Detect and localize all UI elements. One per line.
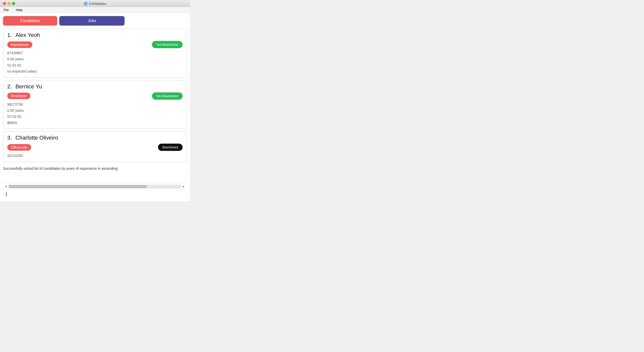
traffic-lights	[3, 2, 15, 5]
scroll-track[interactable]	[9, 185, 181, 188]
tab-candidates[interactable]: Candidates	[3, 16, 57, 26]
scrollbar-container: ◀ ▶	[3, 183, 187, 190]
candidate-phone-1: 87438807	[7, 50, 183, 56]
role-badge-2[interactable]: Developer	[7, 93, 30, 99]
candidate-phone-2: 99272758	[7, 102, 183, 107]
candidate-card-2: 2. Bernice Yu Developer Not Blacklisted …	[3, 80, 187, 129]
candidate-date-1: 01-01-01	[7, 63, 183, 68]
candidate-card-row-2: Developer Not Blacklisted	[7, 92, 183, 100]
maximize-button[interactable]	[12, 2, 15, 5]
candidates-list: 1. Alex Yeoh Hairdresser Not Blacklisted…	[3, 29, 187, 164]
candidate-salary-1: no expected salary	[7, 69, 183, 74]
candidate-card-3: 3. Charlotte Oliveiro OfficeLady Blackli…	[3, 131, 187, 162]
app-window: 🌀 CANdidates File Help Candidates Jobs 1…	[0, 0, 190, 201]
role-badge-3[interactable]: OfficeLady	[7, 144, 31, 151]
title-bar: 🌀 CANdidates	[0, 0, 190, 7]
scroll-thumb	[9, 185, 147, 188]
candidate-card-row-3: OfficeLady Blacklisted	[7, 144, 183, 151]
menu-help[interactable]: Help	[14, 8, 24, 12]
title-icon: 🌀	[84, 2, 88, 6]
candidate-card-row-1: Hairdresser Not Blacklisted	[7, 41, 183, 48]
candidate-name-1: 1. Alex Yeoh	[7, 32, 183, 38]
scroll-right-arrow[interactable]: ▶	[183, 185, 185, 188]
candidate-phone-3: 93210283	[7, 153, 183, 158]
minimize-button[interactable]	[8, 2, 11, 5]
terminal-input-area	[3, 190, 187, 198]
candidate-card-1: 1. Alex Yeoh Hairdresser Not Blacklisted…	[3, 29, 187, 78]
tab-bar: Candidates Jobs	[3, 16, 187, 26]
role-badge-1[interactable]: Hairdresser	[7, 41, 32, 48]
candidate-name-2: 2. Bernice Yu	[7, 83, 183, 90]
candidate-experience-1: 0.00 years	[7, 56, 183, 62]
candidate-date-2: 02-02-02	[7, 114, 183, 119]
scroll-left-arrow[interactable]: ◀	[5, 185, 7, 188]
main-content: Candidates Jobs 1. Alex Yeoh Hairdresser…	[0, 13, 190, 201]
status-badge-2[interactable]: Not Blacklisted	[152, 92, 183, 100]
menu-file[interactable]: File	[2, 8, 10, 12]
close-button[interactable]	[3, 2, 6, 5]
candidate-name-3: 3. Charlotte Oliveiro	[7, 135, 183, 141]
status-badge-1[interactable]: Not Blacklisted	[152, 41, 183, 48]
candidate-experience-2: 0.50 years	[7, 108, 183, 113]
tab-jobs[interactable]: Jobs	[59, 16, 125, 26]
menu-bar: File Help	[0, 7, 190, 13]
candidate-salary-2: $8800	[7, 120, 183, 126]
status-badge-3[interactable]: Blacklisted	[158, 144, 183, 151]
window-title: 🌀 CANdidates	[84, 2, 106, 6]
status-message: Successfully sorted list of candidates b…	[3, 165, 187, 171]
cursor	[6, 192, 7, 196]
